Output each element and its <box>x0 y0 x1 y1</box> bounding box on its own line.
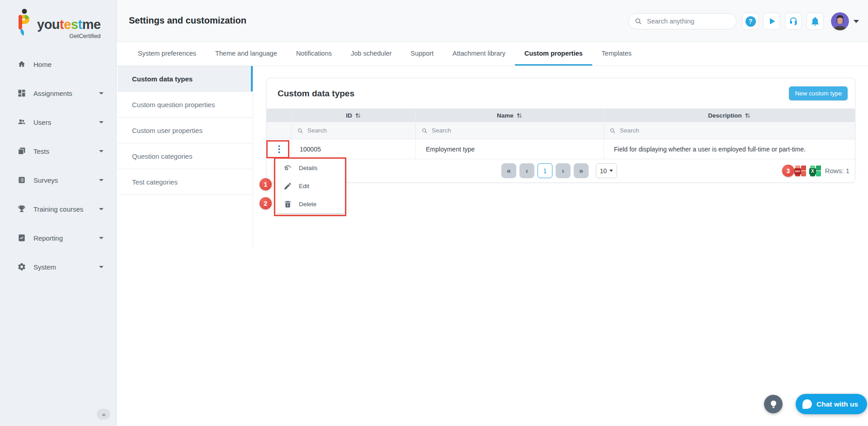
table-header-name[interactable]: Name <box>416 109 604 122</box>
column-label: ID <box>346 112 352 119</box>
last-page-button[interactable]: » <box>574 163 589 178</box>
tab-support[interactable]: Support <box>401 42 443 66</box>
tab-templates[interactable]: Templates <box>592 42 641 66</box>
tests-icon <box>17 147 26 156</box>
annotation-step-2: 2 <box>259 197 272 209</box>
annotation-step-3: 3 <box>782 165 794 177</box>
global-search-input[interactable] <box>646 17 731 25</box>
sidebar-collapse-button[interactable]: « <box>97 409 110 420</box>
export-excel-icon[interactable]: X <box>810 166 821 176</box>
sidebar-item-surveys[interactable]: Surveys <box>0 166 116 194</box>
sidebar-item-label: Assignments <box>33 90 72 97</box>
row-id-cell: 100005 <box>292 139 416 159</box>
tab-job-scheduler[interactable]: Job scheduler <box>341 42 401 66</box>
tab-notifications[interactable]: Notifications <box>287 42 341 66</box>
row-context-menu: Details Edit Delete <box>275 159 345 213</box>
table-search-row <box>267 122 855 139</box>
row-menu-button[interactable] <box>275 142 283 156</box>
export-pdf-icon[interactable]: PDF <box>795 166 806 176</box>
chat-bubble-icon <box>802 399 812 409</box>
sidebar-item-home[interactable]: Home <box>0 50 116 79</box>
chevron-down-icon <box>99 237 104 239</box>
sidebar-item-users[interactable]: Users <box>0 108 116 137</box>
description-search-cell[interactable] <box>604 122 855 139</box>
table-header-actions <box>267 109 292 122</box>
first-page-button[interactable]: « <box>501 163 516 178</box>
sidebar-item-label: Tests <box>33 147 49 155</box>
pdf-icon-label: PDF <box>794 168 801 175</box>
subnav-item-custom-question-properties[interactable]: Custom question properties <box>118 92 253 118</box>
chevron-down-icon <box>99 208 104 210</box>
page-size-value: 10 <box>600 167 607 175</box>
sidebar-item-label: Home <box>33 61 52 68</box>
name-search-input[interactable] <box>431 127 576 134</box>
sidebar-item-system[interactable]: System <box>0 252 116 281</box>
three-dots-icon <box>278 145 280 153</box>
page-size-select[interactable]: 10 <box>596 163 617 178</box>
sidebar-item-assignments[interactable]: Assignments <box>0 79 116 108</box>
chevron-down-icon <box>99 179 104 181</box>
chat-with-us-button[interactable]: Chat with us <box>796 394 867 414</box>
play-icon <box>766 16 777 27</box>
tab-theme-and-language[interactable]: Theme and language <box>206 42 287 66</box>
table-header-row: ID Name Description <box>267 109 855 122</box>
menu-item-label: Details <box>299 165 317 171</box>
sort-icon[interactable] <box>745 113 751 118</box>
id-search-cell[interactable] <box>292 122 416 139</box>
description-search-input[interactable] <box>619 127 815 134</box>
sidebar: youtestme GetCertified Home Assignments … <box>0 0 117 426</box>
topbar: Settings and customization ? <box>117 0 868 42</box>
sidebar-item-tests[interactable]: Tests <box>0 137 116 166</box>
surveys-icon <box>17 175 26 185</box>
new-custom-type-button[interactable]: New custom type <box>789 86 848 100</box>
notifications-button[interactable] <box>807 13 824 30</box>
annotation-step-1: 1 <box>259 178 272 190</box>
subnav-item-question-categories[interactable]: Question categories <box>118 143 253 169</box>
tab-system-preferences[interactable]: System preferences <box>128 42 206 66</box>
pencil-icon <box>283 182 292 190</box>
menu-item-label: Edit <box>299 183 309 189</box>
hints-button[interactable] <box>764 395 783 413</box>
trophy-icon <box>17 204 26 213</box>
subnav-item-test-categories[interactable]: Test categories <box>118 169 253 195</box>
brand-subtitle: GetCertified <box>33 33 101 39</box>
sort-icon[interactable] <box>516 113 523 118</box>
table-header-description[interactable]: Description <box>604 109 855 122</box>
tab-attachment-library[interactable]: Attachment library <box>443 42 515 66</box>
sort-icon[interactable] <box>355 113 361 118</box>
card-title: Custom data types <box>278 89 789 99</box>
user-menu-chevron-icon[interactable] <box>854 20 859 23</box>
pagination: « ‹ 1 › » 10 <box>501 163 617 178</box>
table-header-id[interactable]: ID <box>292 109 416 122</box>
subnav-item-custom-user-properties[interactable]: Custom user properties <box>118 118 253 143</box>
name-search-cell[interactable] <box>416 122 604 139</box>
id-search-input[interactable] <box>307 127 401 134</box>
next-page-button[interactable]: › <box>556 163 571 178</box>
prev-page-button[interactable]: ‹ <box>519 163 534 178</box>
chevron-down-icon <box>609 170 613 172</box>
subnav-item-custom-data-types[interactable]: Custom data types <box>118 66 253 92</box>
chat-label: Chat with us <box>816 400 858 408</box>
global-search[interactable] <box>628 13 736 29</box>
sidebar-item-training-courses[interactable]: Training courses <box>0 194 116 223</box>
custom-properties-subnav: Custom data types Custom question proper… <box>118 66 253 195</box>
table-footer-right: 3 PDF X Rows: 1 <box>782 163 849 178</box>
support-button[interactable] <box>785 13 802 30</box>
tutorial-video-button[interactable] <box>763 13 780 30</box>
rows-count-label: Rows: 1 <box>825 167 849 175</box>
current-page-button[interactable]: 1 <box>538 163 552 178</box>
menu-item-delete[interactable]: Delete <box>275 195 345 213</box>
help-button[interactable]: ? <box>742 13 759 30</box>
row-actions-cell <box>267 139 292 159</box>
subnav-divider <box>253 66 253 247</box>
menu-item-edit[interactable]: Edit <box>275 177 345 195</box>
chevron-down-icon <box>99 266 104 268</box>
menu-item-details[interactable]: Details <box>275 159 345 177</box>
settings-tabs: System preferences Theme and language No… <box>117 42 868 66</box>
user-avatar[interactable] <box>831 12 849 30</box>
sidebar-item-label: Surveys <box>33 176 58 184</box>
custom-data-types-card: Custom data types New custom type ID Nam… <box>266 78 855 183</box>
sidebar-item-reporting[interactable]: Reporting <box>0 223 116 252</box>
brand-logo: youtestme GetCertified <box>14 8 101 39</box>
tab-custom-properties[interactable]: Custom properties <box>515 42 592 66</box>
